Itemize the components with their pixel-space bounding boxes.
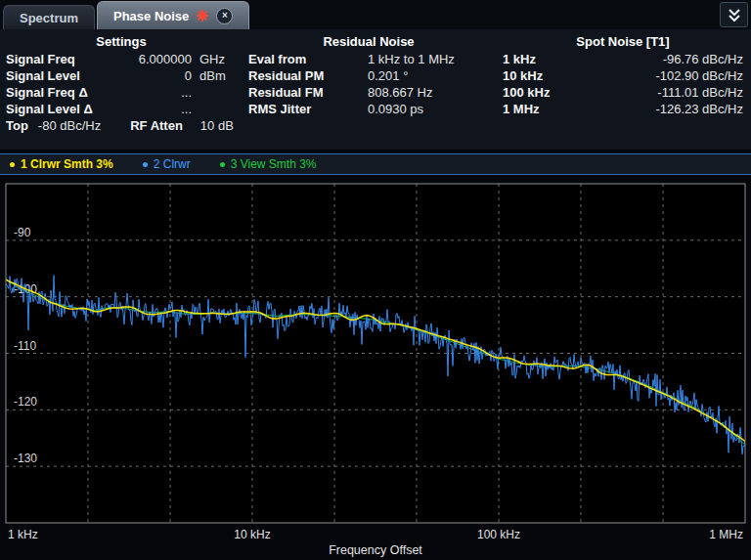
trace-color-dot xyxy=(143,162,148,167)
setting-value: 0 xyxy=(110,68,192,83)
settings-rows: Signal Freq 6.000000 GHz Signal Level 0 … xyxy=(6,51,237,117)
tab-phase-noise-label: Phase Noise xyxy=(113,9,189,23)
residual-label: Residual PM xyxy=(248,68,368,83)
spot-value: -102.90 dBc/Hz xyxy=(655,68,743,83)
instrument-screen: Spectrum Phase Noise × xyxy=(0,0,751,560)
measurement-burst-icon xyxy=(197,10,208,22)
y-axis-tick-label: -120 xyxy=(14,395,37,409)
settings-row: Signal Freq Δ ... xyxy=(6,84,237,101)
setting-unit: dBm xyxy=(192,68,237,83)
legend-item-trace2[interactable]: 2 Clrwr xyxy=(143,157,191,171)
residual-label: Residual FM xyxy=(248,85,368,100)
residual-label: RMS Jitter xyxy=(248,102,368,116)
settings-row: Signal Freq 6.000000 GHz xyxy=(6,51,237,67)
spot-value: -96.76 dBc/Hz xyxy=(663,52,743,66)
setting-unit: GHz xyxy=(192,52,237,66)
tab-phase-noise[interactable]: Phase Noise × xyxy=(97,1,249,29)
residual-noise-title: Residual Noise xyxy=(248,32,489,51)
y-axis-tick-label: -130 xyxy=(14,452,37,465)
x-axis-title: Frequency Offset xyxy=(329,543,422,557)
settings-section: Settings Signal Freq 6.000000 GHz Signal… xyxy=(0,32,243,150)
spot-frequency-label: 10 kHz xyxy=(503,68,543,83)
spot-noise-title: Spot Noise [T1] xyxy=(503,32,743,51)
residual-value: 1 kHz to 1 MHz xyxy=(368,52,455,66)
close-tab-icon[interactable]: × xyxy=(216,8,233,24)
spot-noise-row: 1 kHz -96.76 dBc/Hz xyxy=(503,51,743,67)
residual-label: Eval from xyxy=(248,52,368,66)
spot-noise-row: 1 MHz -126.23 dBc/Hz xyxy=(503,101,743,117)
settings-title: Settings xyxy=(6,32,237,51)
settings-row: Signal Level Δ ... xyxy=(6,101,237,117)
legend-item-label: 2 Clrwr xyxy=(154,157,191,171)
residual-noise-row: RMS Jitter 0.0930 ps xyxy=(248,101,489,117)
spot-frequency-label: 1 MHz xyxy=(503,102,540,116)
x-axis-tick-label: 1 kHz xyxy=(8,528,38,541)
residual-noise-section: Residual Noise Eval from 1 kHz to 1 MHz … xyxy=(243,32,495,150)
measurement-header: Settings Signal Freq 6.000000 GHz Signal… xyxy=(0,29,751,150)
spot-noise-rows: 1 kHz -96.76 dBc/Hz 10 kHz -102.90 dBc/H… xyxy=(503,51,743,117)
rf-atten-label: RF Atten xyxy=(130,118,183,133)
residual-value: 0.0930 ps xyxy=(368,102,423,116)
setting-value: ... xyxy=(110,102,192,116)
setting-label: Signal Level Δ xyxy=(6,102,93,116)
setting-label: Signal Freq xyxy=(6,52,75,66)
chart-area: -90-100-110-120-1301 kHz10 kHz100 kHz1 M… xyxy=(0,175,751,560)
residual-value: 808.667 Hz xyxy=(368,85,433,100)
spot-frequency-label: 1 kHz xyxy=(503,52,536,66)
residual-noise-row: Eval from 1 kHz to 1 MHz xyxy=(248,51,489,67)
double-chevron-down-icon xyxy=(727,7,742,22)
setting-label: Signal Level xyxy=(6,68,80,83)
trace-color-dot xyxy=(10,162,15,167)
phase-noise-chart[interactable]: -90-100-110-120-1301 kHz10 kHz100 kHz1 M… xyxy=(0,175,751,560)
spot-noise-row: 10 kHz -102.90 dBc/Hz xyxy=(503,67,743,84)
spot-frequency-label: 100 kHz xyxy=(503,85,550,100)
legend-item-label: 1 Clrwr Smth 3% xyxy=(21,157,113,171)
tab-spectrum[interactable]: Spectrum xyxy=(3,5,95,29)
spot-noise-row: 100 kHz -111.01 dBc/Hz xyxy=(503,84,743,101)
setting-value: ... xyxy=(110,85,192,100)
channel-tab-bar: Spectrum Phase Noise × xyxy=(0,0,751,29)
residual-noise-row: Residual PM 0.201 ° xyxy=(248,67,489,84)
setting-label: Signal Freq Δ xyxy=(6,85,88,100)
legend-item-trace1[interactable]: 1 Clrwr Smth 3% xyxy=(10,157,113,171)
tab-spectrum-label: Spectrum xyxy=(20,11,78,25)
settings-row-top-rfatten: Top -80 dBc/Hz RF Atten 10 dB xyxy=(6,117,237,134)
rf-atten-value: 10 dB xyxy=(200,118,234,133)
residual-noise-row: Residual FM 808.667 Hz xyxy=(248,84,489,101)
trace-legend: 1 Clrwr Smth 3% 2 Clrwr 3 View Smth 3% xyxy=(0,153,751,175)
trace-color-dot xyxy=(220,162,225,167)
spot-value: -126.23 dBc/Hz xyxy=(655,102,743,116)
settings-row: Signal Level 0 dBm xyxy=(6,67,237,84)
x-axis-tick-label: 1 MHz xyxy=(709,528,743,541)
y-axis-tick-label: -90 xyxy=(14,226,31,239)
residual-value: 0.201 ° xyxy=(368,68,408,83)
display-menu-button[interactable] xyxy=(720,2,748,27)
x-axis-tick-label: 10 kHz xyxy=(234,528,270,541)
legend-item-label: 3 View Smth 3% xyxy=(231,157,317,171)
residual-noise-rows: Eval from 1 kHz to 1 MHz Residual PM 0.2… xyxy=(248,51,489,117)
spot-noise-section: Spot Noise [T1] 1 kHz -96.76 dBc/Hz 10 k… xyxy=(495,32,751,150)
spot-value: -111.01 dBc/Hz xyxy=(657,85,743,100)
top-value: -80 dBc/Hz xyxy=(38,118,101,133)
legend-item-trace3[interactable]: 3 View Smth 3% xyxy=(220,157,317,171)
y-axis-tick-label: -110 xyxy=(14,339,36,353)
top-label: Top xyxy=(6,118,28,133)
x-axis-tick-label: 100 kHz xyxy=(477,528,520,541)
setting-value: 6.000000 xyxy=(110,52,192,66)
